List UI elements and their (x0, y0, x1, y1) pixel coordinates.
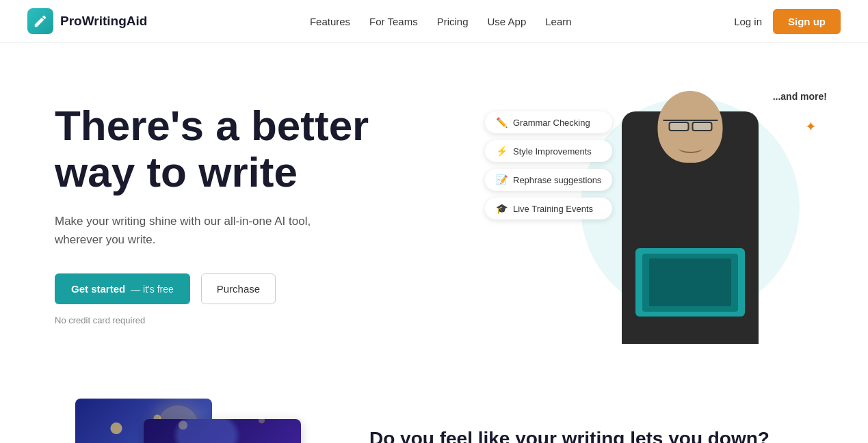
hero-image-area: ✏️ Grammar Checking ⚡ Style Improvements… (485, 84, 841, 344)
nav-pricing[interactable]: Pricing (437, 16, 469, 27)
hero-person (594, 84, 786, 344)
get-started-button[interactable]: Get started — it's free (55, 273, 190, 304)
pill-style: ⚡ Style Improvements (485, 140, 612, 162)
pill-training: 🎓 Live Training Events (485, 198, 612, 219)
logo-text: ProWritingAid (60, 14, 147, 29)
nav-learn[interactable]: Learn (545, 16, 571, 27)
nav-links: Features For Teams Pricing Use App Learn (310, 16, 572, 27)
nav-for-teams[interactable]: For Teams (369, 16, 418, 27)
no-card-text: No credit card required (55, 315, 410, 325)
navbar: ProWritingAid Features For Teams Pricing… (0, 0, 868, 43)
second-content: Do you feel like your writing lets you d… (369, 427, 813, 443)
hero-section: There's a better way to write Make your … (0, 43, 868, 371)
sparkle-icon: ✦ (805, 118, 817, 135)
grammar-icon: ✏️ (496, 117, 508, 128)
image-collage: My idea in my head (55, 399, 315, 443)
logo-link[interactable]: ProWritingAid (27, 8, 147, 34)
hero-subtitle: Make your writing shine with our all-in-… (55, 212, 328, 249)
feature-pills: ✏️ Grammar Checking ⚡ Style Improvements… (485, 111, 612, 219)
style-icon: ⚡ (496, 146, 508, 157)
and-more-text: ...and more! (773, 91, 827, 102)
signup-button[interactable]: Sign up (773, 9, 841, 34)
hero-title: There's a better way to write (55, 103, 410, 196)
hero-buttons: Get started — it's free Purchase (55, 273, 410, 304)
logo-icon (27, 8, 53, 34)
image-front: My idea in my head (144, 419, 301, 443)
hero-content: There's a better way to write Make your … (55, 103, 410, 326)
second-section: My idea in my head Do you feel like your… (0, 371, 868, 443)
login-link[interactable]: Log in (734, 16, 762, 27)
free-label: — it's free (131, 284, 174, 295)
nav-actions: Log in Sign up (734, 9, 841, 34)
rephrase-icon: 📝 (496, 174, 508, 185)
training-icon: 🎓 (496, 203, 508, 214)
second-title: Do you feel like your writing lets you d… (369, 427, 813, 443)
purchase-button[interactable]: Purchase (201, 273, 276, 304)
pill-rephrase: 📝 Rephrase suggestions (485, 169, 612, 191)
person-head (658, 91, 723, 163)
pill-grammar: ✏️ Grammar Checking (485, 111, 612, 133)
nav-use-app[interactable]: Use App (488, 16, 527, 27)
person-laptop (635, 248, 745, 317)
nav-features[interactable]: Features (310, 16, 350, 27)
